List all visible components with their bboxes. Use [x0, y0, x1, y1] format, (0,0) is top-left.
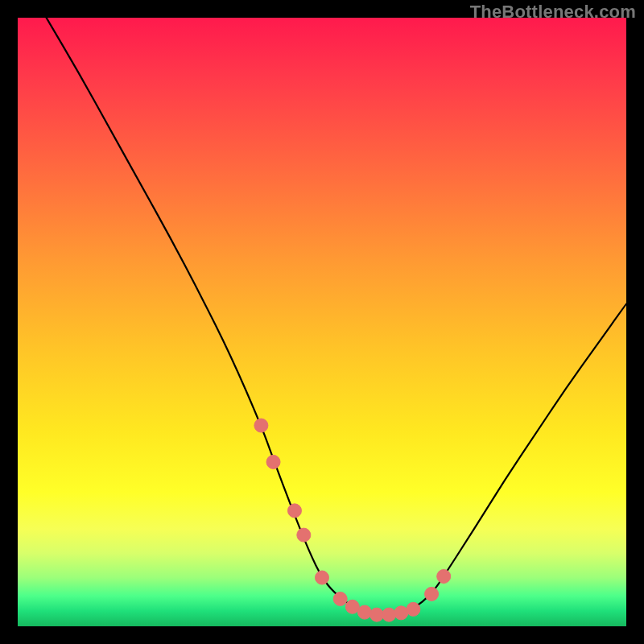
bottleneck-curve: [18, 0, 626, 615]
data-marker: [316, 571, 329, 584]
data-marker: [370, 608, 384, 621]
data-marker: [425, 587, 439, 601]
data-marker: [297, 528, 311, 542]
marker-group: [254, 419, 451, 621]
data-marker: [382, 608, 396, 621]
data-marker: [394, 606, 408, 620]
data-marker: [254, 419, 268, 432]
data-marker: [266, 455, 280, 469]
data-marker: [333, 592, 347, 605]
data-marker: [407, 602, 420, 616]
data-marker: [357, 605, 371, 619]
data-marker: [287, 504, 301, 518]
plot-area: [18, 18, 626, 626]
data-marker: [345, 600, 359, 613]
data-marker: [437, 570, 451, 584]
chart-stage: TheBottleneck.com: [0, 0, 644, 644]
curve-svg: [18, 18, 626, 626]
